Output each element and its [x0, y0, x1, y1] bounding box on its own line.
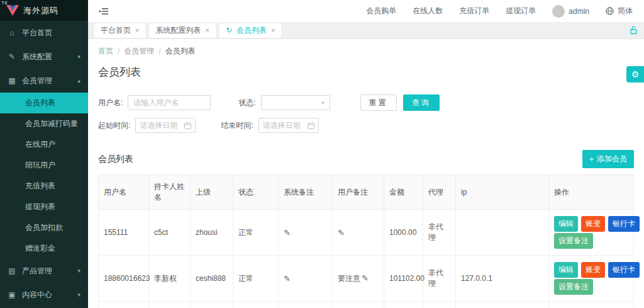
end-date-input[interactable]: 请选择日期 [258, 118, 319, 133]
cell-status: 正常 [233, 302, 279, 308]
user-menu[interactable]: admin [552, 5, 589, 18]
start-time-label: 起始时间: [98, 120, 130, 131]
cell-parent: zhousi [191, 210, 233, 256]
status-filter-label: 状态: [238, 98, 255, 108]
sidebar-item-home[interactable]: ⌂平台首页 [0, 21, 88, 45]
collapse-sidebar-icon[interactable] [99, 8, 109, 15]
edit-note-icon[interactable]: ✎ [338, 228, 345, 237]
corner-tag: T8 [1, 0, 7, 6]
column-header: 用户备注 [333, 175, 384, 210]
action-line: 设置备注 [554, 233, 628, 249]
cell-ip: 127.0.0.1 [456, 256, 549, 302]
sidebar-subitem[interactable]: 陪玩用户 [0, 155, 88, 176]
topbar-link[interactable]: 在线人数 [413, 6, 443, 16]
close-icon[interactable]: × [135, 26, 139, 34]
tab-label: 系统配置列表 [155, 25, 201, 36]
sidebar-item-config[interactable]: ✎系统配置▾ [0, 45, 88, 69]
column-header: 用户名 [99, 175, 149, 210]
gear-icon: ⚙ [631, 69, 640, 79]
close-icon[interactable]: × [271, 26, 275, 34]
edit-note-icon[interactable]: ✎ [284, 228, 291, 237]
sidebar-subitem[interactable]: 会员列表 [0, 93, 88, 113]
table-row: 18706070850朱旭忠ceshi888正常✎✎0.00非代理127.0.0… [99, 302, 634, 308]
cell-parent: ceshi888 [191, 302, 233, 308]
column-header: 金额 [384, 175, 423, 210]
column-header: ip [456, 175, 549, 210]
page-title: 会员列表 [98, 65, 634, 79]
action-button-remark[interactable]: 设置备注 [554, 279, 593, 295]
cell-agent: 非代理 [423, 210, 456, 256]
sidebar-item-members[interactable]: ▦会员管理▴ [0, 69, 88, 93]
tab-item[interactable]: 系统配置列表× [149, 23, 215, 38]
section-title: 会员列表 [98, 154, 133, 165]
chevron-down-icon: ▾ [321, 100, 325, 106]
cell-actions: 编辑账变银行卡设置备注 [549, 302, 634, 308]
cell-sys-note: ✎ [279, 210, 333, 256]
action-button-edit[interactable]: 编辑 [554, 216, 578, 232]
sidebar-subitem[interactable]: 提现列表 [0, 197, 88, 217]
start-date-input[interactable]: 请选择日期 [135, 118, 196, 133]
topbar-link[interactable]: 会员购单 [366, 6, 396, 16]
language-switcher[interactable]: 简体 [606, 6, 633, 16]
cell-username: 155111 [99, 210, 149, 256]
sidebar-subitem[interactable]: 会员加减打码量 [0, 113, 88, 134]
action-button-bank[interactable]: 银行卡 [608, 216, 640, 232]
sidebar-subitem[interactable]: 充值列表 [0, 176, 88, 197]
cell-sys-note: ✎ [279, 302, 333, 308]
action-button-edit[interactable]: 编辑 [554, 262, 578, 278]
add-member-button[interactable]: + 添加会员 [582, 150, 634, 168]
cell-user-note: ✎ [333, 302, 384, 308]
filter-row-2: 起始时间: 请选择日期 结束时间: 请选择日期 [98, 118, 634, 133]
logo-bar: T8 海外源码 [0, 0, 88, 21]
cell-amount: 1000.00 [384, 210, 423, 256]
breadcrumb-item[interactable]: 首页 [98, 46, 113, 57]
reset-button[interactable]: 重置 [360, 94, 397, 111]
cell-cardholder: c5ct [149, 210, 191, 256]
settings-gear-button[interactable]: ⚙ [626, 66, 644, 83]
sidebar-subitem[interactable]: 赠送彩金 [0, 238, 88, 259]
close-icon[interactable]: × [205, 26, 209, 34]
cell-status: 正常 [233, 210, 279, 256]
sidebar-subitem[interactable]: 会员加扣款 [0, 217, 88, 238]
sidebar-item-content[interactable]: ▣内容中心▾ [0, 283, 88, 307]
username-label: admin [569, 7, 589, 16]
action-button-bank[interactable]: 银行卡 [608, 262, 640, 278]
members-table: 用户名持卡人姓名上级状态系统备注用户备注金额代理ip操作 155111c5ctz… [98, 174, 634, 308]
calendar-icon [184, 122, 191, 129]
tab-item[interactable]: 平台首页× [94, 23, 145, 38]
tabbar: 平台首页×系统配置列表×↻会员列表× [88, 22, 644, 39]
sidebar-item-label: 系统配置 [22, 52, 52, 62]
chevron-down-icon: ▾ [77, 292, 80, 298]
breadcrumb-separator: / [158, 47, 160, 56]
table-header-row: 用户名持卡人姓名上级状态系统备注用户备注金额代理ip操作 [99, 175, 634, 210]
topbar-menu: 会员购单在线人数充值订单提现订单 [366, 6, 536, 16]
edit-note-icon[interactable]: ✎ [284, 274, 291, 283]
query-button[interactable]: 查询 [403, 94, 440, 111]
status-select[interactable]: ▾ [261, 95, 330, 110]
unlock-icon[interactable] [630, 26, 638, 37]
cell-cardholder: 李新权 [149, 256, 191, 302]
sidebar-item-label: 产品管理 [22, 266, 52, 277]
brand-logo-icon [6, 5, 19, 16]
user-note-text: 要注意 [338, 274, 360, 283]
topbar-right: 会员购单在线人数充值订单提现订单 admin 简体 [366, 5, 633, 18]
breadcrumb-item[interactable]: 会员管理 [124, 46, 154, 57]
sidebar-menu: ⌂平台首页✎系统配置▾▦会员管理▴会员列表会员加减打码量在线用户陪玩用户充值列表… [0, 21, 88, 308]
sidebar-subitem[interactable]: 在线用户 [0, 134, 88, 155]
tab-active[interactable]: ↻会员列表× [219, 23, 282, 38]
start-date-placeholder: 请选择日期 [140, 120, 182, 131]
username-filter-label: 用户名: [98, 98, 123, 108]
action-button-change[interactable]: 账变 [581, 216, 605, 232]
tabs: 平台首页×系统配置列表×↻会员列表× [94, 23, 281, 38]
cell-amount: 101102.00 [384, 256, 423, 302]
refresh-icon[interactable]: ↻ [226, 26, 232, 35]
action-button-remark[interactable]: 设置备注 [554, 233, 593, 249]
topbar-link[interactable]: 充值订单 [459, 6, 489, 16]
username-input[interactable] [128, 95, 211, 110]
column-header: 上级 [191, 175, 233, 210]
sidebar-item-label: 平台首页 [22, 28, 52, 38]
edit-note-icon[interactable]: ✎ [362, 273, 369, 283]
topbar-link[interactable]: 提现订单 [506, 6, 536, 16]
action-button-change[interactable]: 账变 [581, 262, 605, 278]
sidebar-item-products[interactable]: ▤产品管理▾ [0, 259, 88, 283]
